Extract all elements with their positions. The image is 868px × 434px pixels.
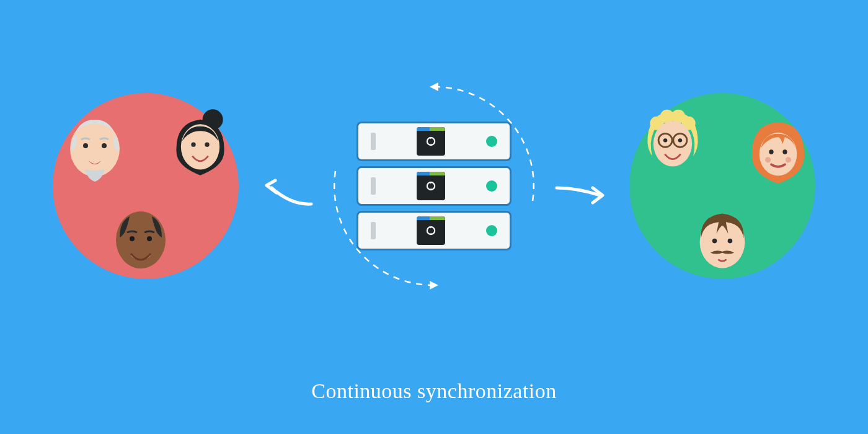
svg-point-1 [83,143,88,148]
svg-point-18 [663,138,667,142]
server-stack [356,122,512,250]
user-group-left [53,93,239,279]
svg-point-6 [205,143,209,147]
svg-point-22 [782,149,787,154]
face-blonde-glasses-person [642,108,704,177]
svg-point-5 [191,143,195,147]
drive-slot-icon [371,177,376,195]
face-red-haired-woman [747,118,809,186]
sync-chip-icon [417,172,445,200]
svg-point-21 [769,149,773,154]
server-unit [356,211,512,250]
curved-arrow-right-icon [552,177,608,214]
face-dark-haired-woman [169,112,231,180]
drive-slot-icon [371,222,376,239]
status-led-icon [486,136,497,147]
face-bald-man [110,208,172,276]
svg-point-24 [786,157,791,162]
diagram-caption: Continuous synchronization [0,379,868,403]
svg-point-27 [728,239,733,244]
status-led-icon [486,225,497,236]
svg-point-26 [712,239,717,244]
face-elderly-man [64,115,126,183]
status-led-icon [486,180,497,192]
svg-point-8 [130,236,135,241]
diagram-stage: Continuous synchronization [0,0,868,434]
drive-slot-icon [371,133,376,150]
sync-cluster [322,74,546,298]
server-unit [356,166,512,206]
sync-chip-icon [417,216,445,245]
svg-point-2 [102,143,107,148]
svg-point-9 [147,236,152,241]
svg-point-4 [181,124,219,169]
server-unit [356,122,512,161]
svg-point-23 [765,157,771,162]
svg-point-19 [678,138,682,142]
face-mustache-man [691,208,753,276]
user-group-right [629,93,815,279]
sync-chip-icon [417,127,445,156]
curved-arrow-left-icon [260,177,316,214]
